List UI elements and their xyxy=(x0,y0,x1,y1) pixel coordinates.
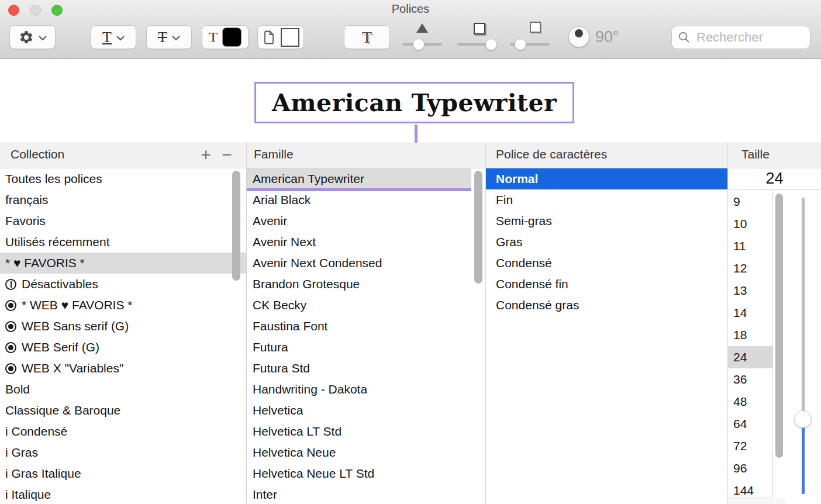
annotation-callout-text: American Typewriter xyxy=(272,89,557,117)
settings-menu-button[interactable] xyxy=(9,25,56,49)
window-toolbar: Polices T T T xyxy=(0,0,821,59)
annotation-underline xyxy=(247,188,471,191)
size-item[interactable]: 48 xyxy=(728,391,772,413)
search-icon xyxy=(678,31,691,44)
collection-item[interactable]: i Italique xyxy=(0,484,246,504)
text-shadow-button[interactable]: T xyxy=(344,25,390,49)
collection-item[interactable]: WEB X "Variables" xyxy=(0,358,246,379)
shadow-opacity-slider[interactable] xyxy=(402,43,442,46)
family-scrollbar[interactable] xyxy=(474,171,482,284)
family-item[interactable]: Avenir Next Condensed xyxy=(247,253,471,274)
collection-icon xyxy=(5,300,16,311)
family-item[interactable]: CK Becky xyxy=(247,295,471,316)
collection-item[interactable]: * ♥ FAVORIS * xyxy=(0,253,246,274)
family-item[interactable]: Helvetica Neue xyxy=(247,442,471,463)
shadow-offset-slider[interactable] xyxy=(510,43,550,46)
search-input[interactable] xyxy=(695,29,803,46)
typeface-item[interactable]: Condensé gras xyxy=(486,295,727,316)
slider-thumb[interactable] xyxy=(485,39,497,50)
size-item[interactable]: 13 xyxy=(728,279,772,302)
collection-item[interactable]: Classique & Baroque xyxy=(0,400,246,421)
collection-item[interactable]: Utilisés récemment xyxy=(0,232,246,253)
family-item[interactable]: Arial Black xyxy=(247,189,471,210)
family-item[interactable]: Inter xyxy=(247,484,471,504)
family-item[interactable]: Helvetica Neue LT Std xyxy=(247,463,471,484)
collection-item[interactable]: Désactivables xyxy=(0,274,246,295)
slider-thumb[interactable] xyxy=(515,39,526,50)
collection-item[interactable]: WEB Sans serif (G) xyxy=(0,316,246,337)
collection-item[interactable]: Bold xyxy=(0,379,246,400)
size-item[interactable]: 18 xyxy=(728,324,772,346)
text-color-swatch xyxy=(222,27,242,47)
typeface-item[interactable]: Condensé xyxy=(486,253,727,274)
size-slider-thumb[interactable] xyxy=(794,410,812,428)
collection-item[interactable]: i Gras Italique xyxy=(0,463,246,484)
gear-icon xyxy=(19,30,34,45)
collection-icon xyxy=(5,363,16,374)
size-value-field[interactable]: 24 xyxy=(728,168,821,190)
typeface-item[interactable]: Fin xyxy=(486,189,727,210)
size-header: Taille xyxy=(741,147,770,161)
collection-icon xyxy=(5,321,16,332)
document-color-button[interactable] xyxy=(257,25,304,49)
text-color-button[interactable]: T xyxy=(202,25,249,49)
collection-scrollbar[interactable] xyxy=(232,171,240,281)
family-item[interactable]: Brandon Grotesque xyxy=(247,274,471,295)
search-field[interactable] xyxy=(671,26,810,49)
family-item[interactable]: Helvetica xyxy=(247,400,471,421)
collection-list: Toutes les polices français Favoris Util… xyxy=(0,168,246,504)
typeface-item[interactable]: Gras xyxy=(486,232,727,253)
chevron-down-icon xyxy=(39,33,47,43)
family-item[interactable]: Futura xyxy=(247,337,471,358)
family-item[interactable]: Avenir xyxy=(247,210,471,232)
size-item[interactable]: 64 xyxy=(728,413,772,435)
collection-item[interactable]: i Gras xyxy=(0,442,246,463)
size-item[interactable]: 9 xyxy=(728,191,772,213)
size-item[interactable]: 10 xyxy=(728,213,772,235)
size-item[interactable]: 96 xyxy=(728,457,772,479)
collection-item[interactable]: Toutes les polices xyxy=(0,168,246,189)
family-item[interactable]: Helvetica LT Std xyxy=(247,421,471,442)
family-header: Famille xyxy=(254,147,294,161)
annotation-callout-box: American Typewriter xyxy=(254,82,574,123)
size-scrollbar[interactable] xyxy=(775,194,783,458)
collection-item[interactable]: WEB Serif (G) xyxy=(0,337,246,358)
size-item[interactable]: 24 xyxy=(728,346,772,368)
collection-header: Collection xyxy=(11,147,64,161)
typeface-list: Normal Fin Semi-gras Gras Condensé Conde… xyxy=(486,168,727,316)
typeface-item[interactable]: Semi-gras xyxy=(486,210,727,232)
document-icon xyxy=(262,30,276,45)
underline-style-button[interactable]: T xyxy=(91,25,136,49)
family-list: American Typewriter Arial Black Avenir A… xyxy=(247,168,471,504)
collection-item[interactable]: i Condensé xyxy=(0,421,246,442)
strikethrough-style-button[interactable]: T xyxy=(146,25,192,49)
collection-item[interactable]: Favoris xyxy=(0,210,246,232)
size-item[interactable]: 12 xyxy=(728,257,772,279)
slider-thumb[interactable] xyxy=(413,39,425,50)
family-item[interactable]: Handwriting - Dakota xyxy=(247,379,471,400)
family-item[interactable]: Faustina Font xyxy=(247,316,471,337)
collection-item[interactable]: * WEB ♥ FAVORIS * xyxy=(0,295,246,316)
typeface-item[interactable]: Normal xyxy=(486,168,727,189)
family-item[interactable]: American Typewriter xyxy=(247,168,471,189)
typeface-item[interactable]: Condensé fin xyxy=(486,274,727,295)
chevron-down-icon xyxy=(116,33,125,43)
size-item[interactable]: 36 xyxy=(728,368,772,391)
text-color-t-icon: T xyxy=(209,29,218,45)
size-item[interactable]: 72 xyxy=(728,435,772,457)
size-item[interactable]: 11 xyxy=(728,235,772,257)
remove-collection-button[interactable]: − xyxy=(218,143,236,167)
size-slider-fill xyxy=(802,419,805,494)
family-item[interactable]: Futura Std xyxy=(247,358,471,379)
column-headers xyxy=(0,143,821,168)
size-item[interactable]: 144 xyxy=(728,479,772,498)
shadow-angle-knob[interactable] xyxy=(568,26,589,47)
collection-item[interactable]: français xyxy=(0,189,246,210)
shadow-blur-slider[interactable] xyxy=(457,43,497,46)
chevron-down-icon xyxy=(172,33,180,43)
strikethrough-t-icon: T xyxy=(158,29,167,46)
size-item[interactable]: 14 xyxy=(728,302,772,324)
shadow-angle-value: 90° xyxy=(595,28,619,46)
add-collection-button[interactable]: + xyxy=(197,143,215,167)
family-item[interactable]: Avenir Next xyxy=(247,232,471,253)
